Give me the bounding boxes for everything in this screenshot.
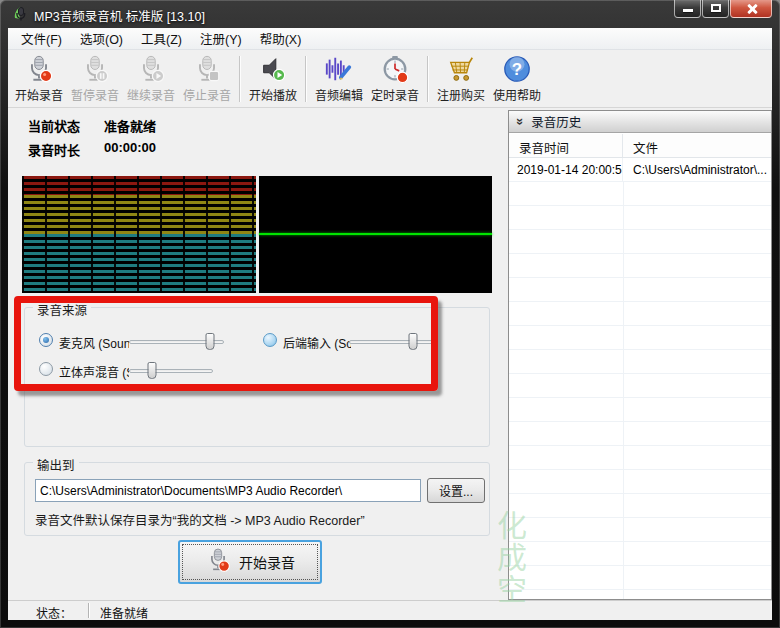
app-mic-icon xyxy=(12,5,29,26)
waveform-baseline xyxy=(259,233,492,235)
column-file[interactable]: 文件 xyxy=(623,134,658,157)
toolbar-separator xyxy=(239,56,241,102)
menu-register[interactable]: 注册(Y) xyxy=(191,28,251,50)
menu-file[interactable]: 文件(F) xyxy=(12,28,71,50)
toolbar-label: 注册购买 xyxy=(433,86,489,103)
toolbar-separator xyxy=(427,56,429,102)
menu-tools[interactable]: 工具(Z) xyxy=(132,28,191,50)
recording-history-title: 录音历史 xyxy=(531,112,581,131)
window-title: MP3音频录音机 标准版 [13.10] xyxy=(34,6,205,25)
waveform-edit-icon xyxy=(311,54,367,86)
status-label: 状态： xyxy=(36,604,72,620)
radio-rear-input[interactable] xyxy=(263,333,277,347)
current-state-value: 准备就绪 xyxy=(104,116,156,135)
toolbar-use-help[interactable]: ? 使用帮助 xyxy=(489,54,545,103)
app-window: MP3音频录音机 标准版 [13.10] 文件(F) 选项(O) 工具(Z) 注… xyxy=(0,0,780,628)
help-icon: ? xyxy=(489,54,545,86)
current-state-label: 当前状态 xyxy=(28,116,80,135)
settings-button[interactable]: 设置... xyxy=(427,478,485,503)
status-value: 准备就绪 xyxy=(100,604,148,620)
recording-source-group-title: 录音来源 xyxy=(33,300,91,319)
minimize-icon xyxy=(683,9,693,12)
close-icon xyxy=(746,3,758,15)
toolbar-separator xyxy=(305,56,307,102)
radio-stereo-mix-label: 立体声混音 (S xyxy=(59,363,129,380)
slider-thumb[interactable] xyxy=(205,333,214,350)
status-bar: 状态： 准备就绪 xyxy=(8,600,772,620)
radio-stereo-mix[interactable] xyxy=(39,362,53,376)
mic-pause-icon xyxy=(67,54,123,86)
title-bar[interactable]: MP3音频录音机 标准版 [13.10] xyxy=(0,0,780,28)
output-group: 输出到 设置... 录音文件默认保存目录为“我的文档 -> MP3 Audio … xyxy=(24,462,490,536)
recording-history-panel: » 录音历史 录音时间 文件 2019-01-14 20:00:56 C:\Us… xyxy=(508,110,772,600)
mic-record-icon xyxy=(11,54,67,86)
toolbar-register-buy[interactable]: 注册购买 xyxy=(433,54,489,103)
timer-record-icon xyxy=(367,54,423,86)
toolbar: 开始录音 暂停录音 xyxy=(8,50,772,108)
rear-input-volume-slider[interactable] xyxy=(349,333,433,351)
spectrum-meter-display xyxy=(22,176,256,293)
recording-history-header[interactable]: » 录音历史 xyxy=(509,111,771,133)
minimize-button[interactable] xyxy=(674,0,701,18)
toolbar-resume-record[interactable]: 继续录音 xyxy=(123,54,179,103)
cart-icon xyxy=(433,54,489,86)
history-empty-grid xyxy=(509,182,771,599)
toolbar-label: 开始播放 xyxy=(245,86,301,103)
mic-stop-icon xyxy=(179,54,235,86)
toolbar-label: 继续录音 xyxy=(123,86,179,103)
toolbar-pause-record[interactable]: 暂停录音 xyxy=(67,54,123,103)
record-time-label: 录音时长 xyxy=(28,140,80,159)
radio-microphone[interactable] xyxy=(39,333,53,347)
slider-thumb[interactable] xyxy=(147,362,156,379)
svg-text:?: ? xyxy=(512,60,522,79)
toolbar-label: 开始录音 xyxy=(11,86,67,103)
toolbar-start-record[interactable]: 开始录音 xyxy=(11,54,67,103)
output-group-title: 输出到 xyxy=(33,455,79,474)
history-row[interactable]: 2019-01-14 20:00:56 C:\Users\Administrat… xyxy=(509,158,771,182)
mic-resume-icon xyxy=(123,54,179,86)
menu-bar: 文件(F) 选项(O) 工具(Z) 注册(Y) 帮助(X) xyxy=(8,28,772,50)
toolbar-start-playback[interactable]: 开始播放 xyxy=(245,54,301,103)
radio-microphone-label: 麦克风 (Sounc xyxy=(59,334,129,351)
output-path-input[interactable] xyxy=(35,479,421,502)
client-area: 文件(F) 选项(O) 工具(Z) 注册(Y) 帮助(X) 开始录音 xyxy=(8,28,772,620)
history-row-file: C:\Users\Administrator\... xyxy=(623,158,767,181)
menu-help[interactable]: 帮助(X) xyxy=(251,28,311,50)
toolbar-timer-record[interactable]: 定时录音 xyxy=(367,54,423,103)
maximize-icon xyxy=(711,4,721,12)
collapse-chevron-icon: » xyxy=(514,118,527,125)
toolbar-stop-record[interactable]: 停止录音 xyxy=(179,54,235,103)
recording-source-group: 录音来源 麦克风 (Sounc 后端输入 (Sou 立体声混音 (S xyxy=(24,307,490,447)
toolbar-label: 使用帮助 xyxy=(489,86,545,103)
focus-ring xyxy=(183,545,317,579)
history-column-headers: 录音时间 文件 xyxy=(509,134,771,158)
toolbar-audio-edit[interactable]: 音频编辑 xyxy=(311,54,367,103)
history-row-time: 2019-01-14 20:00:56 xyxy=(509,158,623,181)
start-record-button[interactable]: 开始录音 xyxy=(178,540,322,584)
toolbar-label: 音频编辑 xyxy=(311,86,367,103)
slider-thumb[interactable] xyxy=(408,333,417,350)
default-save-note: 录音文件默认保存目录为“我的文档 -> MP3 Audio Recorder” xyxy=(35,510,365,529)
status-separator xyxy=(88,603,90,618)
maximize-button[interactable] xyxy=(702,0,729,18)
speaker-play-icon xyxy=(245,54,301,86)
menu-options[interactable]: 选项(O) xyxy=(71,28,132,50)
stereo-mix-volume-slider[interactable] xyxy=(129,362,213,380)
toolbar-label: 定时录音 xyxy=(367,86,423,103)
toolbar-label: 停止录音 xyxy=(179,86,235,103)
toolbar-label: 暂停录音 xyxy=(67,86,123,103)
microphone-volume-slider[interactable] xyxy=(129,333,224,351)
waveform-display xyxy=(259,176,492,293)
close-button[interactable] xyxy=(730,0,772,18)
radio-rear-input-label: 后端输入 (Sou xyxy=(283,334,351,351)
column-record-time[interactable]: 录音时间 xyxy=(509,134,623,157)
record-time-value: 00:00:00 xyxy=(104,140,156,155)
